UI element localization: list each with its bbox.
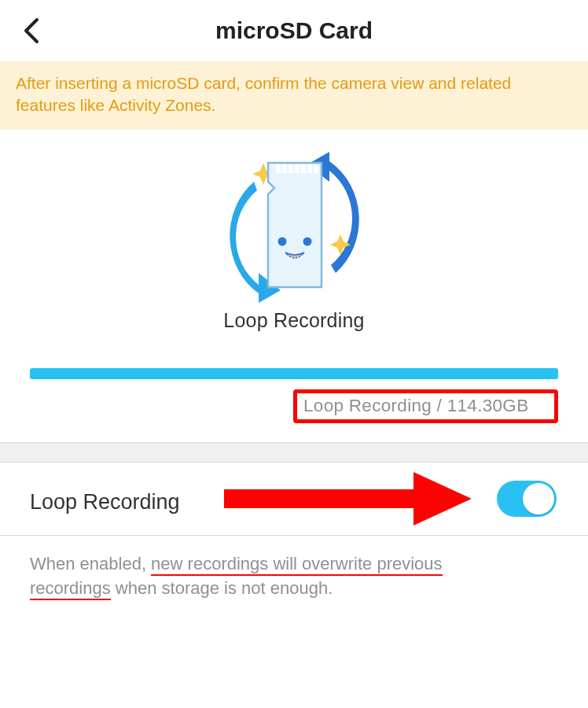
svg-rect-4: [301, 164, 306, 173]
desc-underlined-2: recordings: [30, 578, 111, 600]
storage-usage-label: Loop Recording / 114.30GB: [293, 389, 558, 423]
back-button[interactable]: [16, 15, 47, 46]
loop-recording-label: Loop Recording: [30, 490, 180, 514]
section-divider: [0, 442, 588, 463]
desc-underlined-1: new recordings will overwrite previous: [151, 554, 442, 576]
desc-text-suffix: when storage is not enough.: [111, 578, 333, 598]
loop-recording-toggle[interactable]: [497, 481, 557, 517]
loop-recording-description: When enabled, new recordings will overwr…: [0, 536, 588, 600]
header-bar: microSD Card: [0, 0, 588, 61]
loop-recording-row: Loop Recording: [0, 463, 588, 536]
svg-rect-2: [288, 164, 293, 173]
svg-rect-6: [314, 164, 318, 173]
info-banner: After inserting a microSD card, confirm …: [0, 61, 588, 130]
svg-rect-0: [276, 164, 281, 173]
sd-card-illustration: [219, 147, 369, 304]
svg-rect-1: [282, 164, 287, 173]
toggle-knob: [523, 483, 554, 514]
illustration-caption: Loop Recording: [223, 309, 364, 332]
storage-section: Loop Recording / 114.30GB: [0, 332, 588, 423]
svg-marker-15: [413, 472, 472, 525]
annotation-arrow: [220, 467, 472, 530]
illustration: Loop Recording: [0, 130, 588, 332]
storage-progress-bar: [30, 368, 558, 379]
page-title: microSD Card: [0, 17, 588, 44]
desc-text-prefix: When enabled,: [30, 554, 151, 573]
svg-rect-3: [295, 164, 300, 173]
chevron-left-icon: [23, 17, 40, 44]
svg-point-7: [278, 237, 287, 245]
svg-point-8: [303, 237, 312, 245]
svg-rect-5: [307, 164, 312, 173]
